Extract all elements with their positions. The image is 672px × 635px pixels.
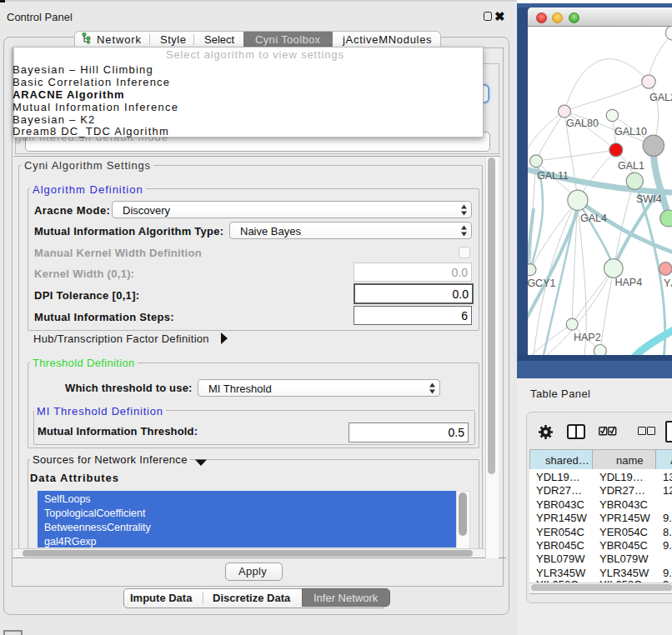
svg-text:GAL80: GAL80 — [566, 118, 599, 129]
svg-text:GAL10: GAL10 — [614, 126, 647, 138]
svg-text:GCY1: GCY1 — [528, 278, 555, 289]
svg-text:SWI4: SWI4 — [636, 193, 662, 205]
svg-text:HAP4: HAP4 — [615, 277, 643, 288]
svg-text:GAL11: GAL11 — [537, 170, 569, 182]
svg-text:GAL1: GAL1 — [618, 160, 644, 172]
svg-text:YJ: YJ — [664, 278, 672, 289]
svg-text:GAL2: GAL2 — [649, 92, 672, 103]
svg-text:HAP2: HAP2 — [574, 332, 601, 343]
svg-text:GAL4: GAL4 — [580, 212, 607, 224]
